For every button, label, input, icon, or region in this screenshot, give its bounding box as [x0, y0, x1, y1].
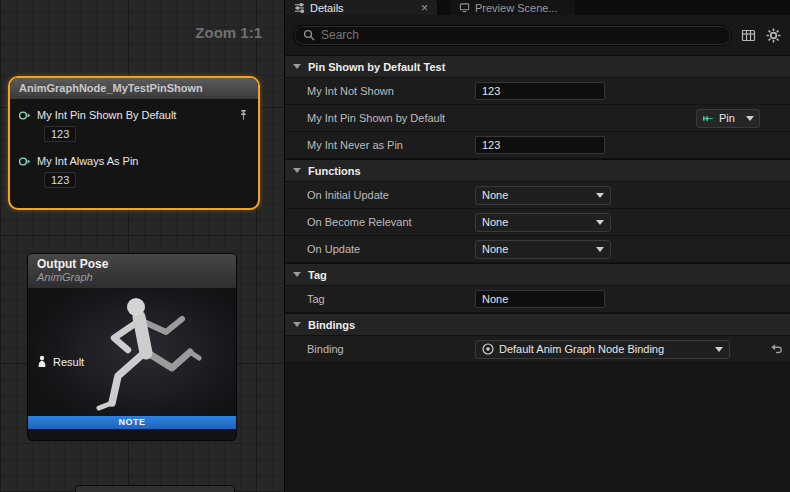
output-node-title: Output Pose	[37, 257, 227, 271]
pin-label: My Int Pin Shown By Default	[37, 109, 231, 121]
row-binding: Binding Default Anim Graph Node Binding	[285, 336, 790, 363]
output-node-subtitle: AnimGraph	[37, 271, 227, 284]
result-pin[interactable]: Result	[36, 355, 84, 368]
tab-close-icon[interactable]: ×	[421, 3, 428, 13]
chevron-down-icon	[715, 347, 723, 352]
pin-icon	[702, 112, 715, 125]
details-toolbar	[285, 15, 790, 55]
display-filter-icon[interactable]	[740, 27, 757, 44]
chevron-down-icon	[596, 247, 604, 252]
zoom-level-label: Zoom 1:1	[195, 24, 262, 41]
search-input[interactable]	[321, 28, 722, 42]
chevron-down-icon	[596, 220, 604, 225]
pin-value-input[interactable]: 123	[44, 172, 76, 188]
details-empty-space	[285, 363, 790, 492]
output-node-preview: Result NOTE	[28, 289, 236, 429]
category-functions[interactable]: Functions	[285, 159, 790, 182]
node-note-badge[interactable]: NOTE	[28, 416, 236, 429]
chevron-down-icon	[293, 272, 301, 277]
node-title[interactable]: AnimGraphNode_MyTestPinShown	[10, 78, 258, 99]
tag-input[interactable]: None	[475, 290, 605, 308]
chevron-down-icon	[746, 116, 754, 121]
row-on-become-relevant: On Become Relevant None	[285, 209, 790, 236]
on-become-relevant-dropdown[interactable]: None	[475, 213, 611, 232]
tab-preview-scene-label: Preview Scene...	[475, 2, 558, 14]
node-body: My Int Pin Shown By Default 123	[10, 99, 258, 194]
binding-dropdown[interactable]: Default Anim Graph Node Binding	[475, 340, 730, 359]
my-int-never-as-pin-input[interactable]: 123	[475, 136, 605, 154]
int-pin-icon[interactable]	[18, 109, 31, 122]
pin-label: My Int Always As Pin	[37, 155, 250, 167]
tab-bar: Details × Preview Scene...	[285, 0, 790, 15]
partially-visible-node[interactable]	[75, 485, 235, 492]
row-on-update: On Update None	[285, 236, 790, 263]
mannequin-preview-image	[66, 291, 216, 423]
node-animgraphnode-mytestpinshown[interactable]: AnimGraphNode_MyTestPinShown My Int Pin …	[8, 76, 260, 210]
preview-scene-tab-icon	[459, 2, 470, 13]
pin-thumbtack-icon[interactable]	[237, 109, 250, 122]
pin-value-input[interactable]: 123	[44, 126, 76, 142]
chevron-down-icon	[293, 64, 301, 69]
anim-graph-canvas[interactable]: Zoom 1:1 AnimGraphNode_MyTestPinShown My…	[0, 0, 285, 492]
chevron-down-icon	[293, 168, 301, 173]
tab-details-label: Details	[310, 2, 344, 14]
tab-preview-scene[interactable]: Preview Scene...	[450, 0, 575, 15]
details-tab-icon	[294, 2, 305, 13]
details-panel: Details × Preview Scene...	[285, 0, 790, 492]
my-int-not-shown-input[interactable]: 123	[475, 82, 605, 100]
tab-details[interactable]: Details ×	[285, 0, 437, 15]
int-pin-icon[interactable]	[18, 155, 31, 168]
binding-icon	[482, 343, 494, 355]
settings-gear-icon[interactable]	[765, 27, 782, 44]
category-tag[interactable]: Tag	[285, 263, 790, 286]
search-box[interactable]	[293, 25, 732, 46]
chevron-down-icon	[293, 322, 301, 327]
node-output-pose[interactable]: Output Pose AnimGraph	[27, 253, 237, 441]
on-initial-update-dropdown[interactable]: None	[475, 186, 611, 205]
search-icon	[303, 29, 315, 41]
unreal-editor-window: Zoom 1:1 AnimGraphNode_MyTestPinShown My…	[0, 0, 790, 492]
row-tag: Tag None	[285, 286, 790, 313]
row-my-int-pin-shown-by-default: My Int Pin Shown by Default Pin	[285, 105, 790, 132]
reset-binding-icon[interactable]	[769, 342, 783, 356]
pose-pin-icon	[36, 355, 48, 368]
result-pin-label: Result	[53, 356, 84, 368]
chevron-down-icon	[596, 193, 604, 198]
output-node-header[interactable]: Output Pose AnimGraph	[28, 254, 236, 289]
row-my-int-never-as-pin: My Int Never as Pin 123	[285, 132, 790, 159]
row-my-int-not-shown: My Int Not Shown 123	[285, 78, 790, 105]
row-on-initial-update: On Initial Update None	[285, 182, 790, 209]
on-update-dropdown[interactable]: None	[475, 240, 611, 259]
category-bindings[interactable]: Bindings	[285, 313, 790, 336]
category-pin-shown-by-default-test[interactable]: Pin Shown by Default Test	[285, 55, 790, 78]
pin-visibility-dropdown[interactable]: Pin	[696, 109, 760, 128]
